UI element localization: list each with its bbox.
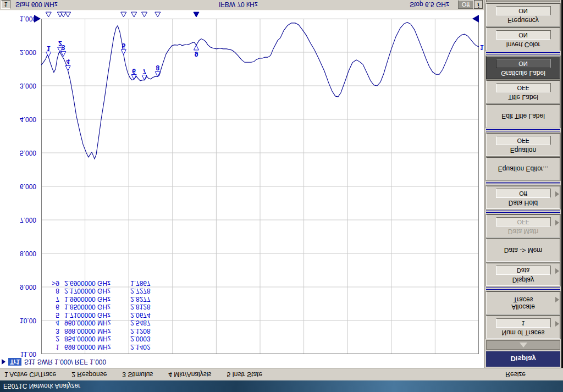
y-axis-label: 4.000 bbox=[2, 115, 36, 124]
softkey-menu-title: Display bbox=[486, 351, 560, 367]
marker-table-row: 61.8500000 GHz2.8128 bbox=[47, 303, 163, 311]
marker-position-icon bbox=[155, 12, 161, 17]
y-axis-label: 3.000 bbox=[2, 81, 36, 90]
y-axis-label: 9.000 bbox=[2, 283, 36, 291]
softkey-state-box: Off bbox=[496, 189, 551, 198]
marker-mf: 854.00000 MHz bbox=[64, 335, 130, 343]
marker-mv: 2.0003 bbox=[130, 335, 163, 343]
menu-item-resize[interactable]: Resize bbox=[505, 371, 526, 378]
softkey-label: Equation Editor... bbox=[498, 165, 548, 173]
marker-mf: 898.00000 MHz bbox=[64, 327, 130, 335]
menu-item-1[interactable]: 1 Active Ch/Trace bbox=[4, 371, 56, 378]
ext-ref-off-badge: Off bbox=[458, 0, 473, 9]
softkey-group-separator bbox=[486, 182, 560, 184]
marker-table-row: 4960.00000 MHz2.5487 bbox=[47, 319, 163, 327]
ref-level-left-icon bbox=[34, 15, 41, 23]
menu-item-5[interactable]: 5 Instr State bbox=[227, 371, 262, 378]
marker-mv: 1.7867 bbox=[130, 279, 163, 288]
marker-table-row: 1698.00000 MHz2.1402 bbox=[47, 343, 163, 351]
info-icon[interactable]: i bbox=[474, 0, 483, 9]
window-title: E5071C Network Analyzer bbox=[3, 383, 80, 390]
marker-mf: 2.6900000 GHz bbox=[64, 279, 130, 288]
softkey-label: Invert Color bbox=[506, 41, 540, 48]
softkey-invert-color[interactable]: Invert ColorON bbox=[486, 27, 560, 51]
softkey-state-box: ON bbox=[496, 6, 551, 15]
marker-mf: 1.7100000 GHz bbox=[64, 311, 130, 319]
active-marker-position-icon bbox=[194, 12, 199, 17]
menu-item-4[interactable]: 4 Mkr/Analysis bbox=[168, 371, 211, 378]
softkey-group-separator bbox=[486, 211, 560, 213]
softkey-label: Edit Title Label bbox=[501, 113, 545, 120]
softkey-label: Allocate Traces bbox=[511, 296, 535, 310]
marker-mn: 3 bbox=[47, 327, 59, 335]
marker-mn: >9 bbox=[47, 279, 59, 288]
marker-table-row: 3898.00000 MHz2.1208 bbox=[47, 327, 163, 335]
softkey-data-mem[interactable]: Data -> Mem bbox=[486, 239, 560, 262]
marker-position-icon bbox=[65, 12, 71, 17]
marker-table-row: 51.7100000 GHz2.0674 bbox=[47, 311, 163, 319]
marker-mv: 2.0674 bbox=[130, 311, 163, 319]
softkey-edit-title-label[interactable]: Edit Title Label bbox=[486, 104, 560, 128]
y-axis-label: 1.000 bbox=[2, 14, 36, 23]
channel-status-bar: 1 Start 600 MHz IFBW 70 kHz Stop 6.5 GHz… bbox=[0, 0, 484, 10]
marker-mf: 960.00000 MHz bbox=[64, 319, 130, 327]
softkey-equation[interactable]: EquationOFF bbox=[486, 133, 560, 156]
softkey-allocate-traces[interactable]: Allocate Traces bbox=[486, 291, 560, 314]
softkey-state-box: OFF bbox=[496, 217, 551, 227]
softkey-state-box: ON bbox=[496, 30, 551, 40]
stop-frequency-label: Stop 6.5 GHz bbox=[410, 1, 449, 8]
softkey-label: Data Hold bbox=[509, 199, 538, 206]
trace-marker-number: 7 bbox=[142, 67, 146, 75]
trace-end-label: 1 bbox=[480, 43, 484, 51]
softkey-state-box: 1 bbox=[496, 318, 551, 328]
marker-mf: 1.8500000 GHz bbox=[64, 303, 130, 311]
softkey-scroll-up-button[interactable] bbox=[486, 340, 560, 350]
y-axis-label: 2.000 bbox=[2, 48, 36, 57]
marker-mv: 2.8277 bbox=[130, 295, 163, 303]
marker-position-icon bbox=[121, 12, 126, 17]
trace-tab-tr1[interactable]: Tr1 bbox=[8, 358, 21, 366]
y-axis-label: 11.00 bbox=[2, 350, 36, 358]
softkey-group-separator bbox=[486, 288, 560, 290]
marker-mn: 5 bbox=[47, 311, 59, 319]
softkey-display[interactable]: DisplayData bbox=[486, 263, 560, 286]
marker-mf: 698.00000 MHz bbox=[64, 343, 130, 351]
softkey-data-hold[interactable]: Data HoldOff bbox=[486, 186, 560, 209]
y-axis-label: 8.000 bbox=[2, 249, 36, 258]
submenu-arrow-icon bbox=[555, 191, 559, 197]
marker-position-icon bbox=[131, 12, 137, 17]
submenu-arrow-icon bbox=[555, 268, 559, 274]
channel-number-badge: 1 bbox=[1, 0, 10, 9]
triangle-up-icon bbox=[520, 343, 527, 347]
softkey-state-box: Data bbox=[496, 266, 551, 275]
softkey-label: Equation bbox=[510, 146, 536, 153]
trace-marker-number: 1 bbox=[47, 45, 51, 52]
marker-mf: 1.9900000 GHz bbox=[64, 295, 130, 303]
title-bar: E5071C Network Analyzer bbox=[0, 380, 563, 392]
menu-item-2[interactable]: 2 Response bbox=[71, 371, 107, 378]
trace-marker-number: 6 bbox=[132, 67, 136, 75]
softkey-frequency[interactable]: FrequencyON bbox=[486, 3, 560, 26]
softkey-equation-editor[interactable]: Equation Editor... bbox=[486, 157, 560, 180]
marker-mn: 7 bbox=[47, 295, 59, 303]
softkey-label: Frequency bbox=[507, 16, 539, 24]
softkey-data-math[interactable]: Data MathOFF bbox=[486, 214, 560, 238]
main-area: Tr1 S11 SWR 1.000/ REF 1.000 11.0010.009… bbox=[0, 0, 563, 368]
ref-level-right-icon bbox=[472, 15, 479, 23]
softkey-label: Graticule Label bbox=[501, 69, 545, 76]
menu-item-3[interactable]: 3 Stimulus bbox=[122, 371, 153, 378]
marker-table: 1698.00000 MHz2.14022854.00000 MHz2.0003… bbox=[47, 279, 163, 351]
softkey-state-box: ON bbox=[496, 59, 551, 68]
softkey-group-separator bbox=[486, 52, 560, 54]
y-axis-label: 5.000 bbox=[2, 148, 36, 157]
marker-mf: 2.1700000 GHz bbox=[64, 287, 130, 295]
softkey-graticule-label[interactable]: Graticule LabelON bbox=[486, 56, 560, 79]
softkey-num-of-traces[interactable]: Num of Traces1 bbox=[486, 316, 560, 339]
softkey-group-separator bbox=[486, 129, 560, 131]
trace-marker-number: 9 bbox=[195, 50, 198, 58]
marker-table-row: 71.9900000 GHz2.8277 bbox=[47, 295, 163, 303]
softkey-title-label[interactable]: Title LabelOFF bbox=[486, 80, 560, 103]
softkey-scroll-down-button[interactable] bbox=[486, 0, 560, 2]
trace-marker-number: 8 bbox=[156, 64, 159, 71]
trace-marker-number: 5 bbox=[122, 42, 125, 49]
